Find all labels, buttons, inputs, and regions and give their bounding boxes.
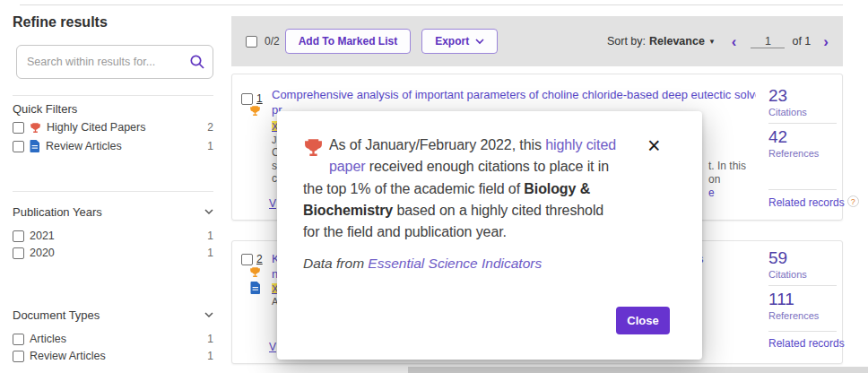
essential-science-indicators-link[interactable]: Essential Science Indicators xyxy=(368,256,542,271)
metric-divider xyxy=(768,285,837,286)
add-to-marked-list-label: Add To Marked List xyxy=(299,35,397,48)
view-full-text-link-fragment[interactable]: V xyxy=(269,197,276,210)
references-label: References xyxy=(768,310,837,321)
next-page-icon[interactable]: › xyxy=(823,34,829,49)
select-all-checkbox[interactable] xyxy=(246,36,257,48)
filter-doc-review-articles[interactable]: Review Articles 1 xyxy=(13,350,213,362)
modal-data-source: Data from Essential Science Indicators xyxy=(303,256,542,272)
chevron-down-icon xyxy=(204,312,213,318)
checkbox[interactable] xyxy=(13,141,24,152)
filter-highly-cited-papers[interactable]: Highly Cited Papers 2 xyxy=(13,121,213,134)
checkbox[interactable] xyxy=(13,247,24,259)
filter-label: 2021 xyxy=(30,230,55,242)
related-records-link[interactable]: Related records xyxy=(768,337,845,350)
related-records-link[interactable]: Related records? xyxy=(768,195,859,209)
sort-by-label: Sort by: xyxy=(607,35,646,48)
citations-label: Citations xyxy=(768,107,837,117)
abstract-fragment: on xyxy=(708,173,720,186)
page-number-input[interactable] xyxy=(751,35,785,48)
selected-count: 0/2 xyxy=(265,35,280,48)
filter-doc-articles[interactable]: Articles 1 xyxy=(13,333,213,345)
citations-count[interactable]: 59 xyxy=(768,248,837,268)
export-label: Export xyxy=(435,35,469,48)
review-article-icon[interactable] xyxy=(250,282,261,294)
chevron-down-icon xyxy=(204,209,213,215)
filter-count: 2 xyxy=(207,121,213,134)
section-title: Document Types xyxy=(13,308,100,322)
references-count[interactable]: 42 xyxy=(768,127,837,147)
show-more-link-fragment[interactable]: e xyxy=(708,186,715,199)
sidebar-divider xyxy=(13,191,213,192)
checkbox[interactable] xyxy=(13,122,24,134)
help-icon[interactable]: ? xyxy=(847,195,859,207)
results-toolbar: 0/2 Add To Marked List Export Sort by: R… xyxy=(231,16,843,66)
filter-year-2021[interactable]: 2021 1 xyxy=(13,230,213,242)
abstract-fragment: t. In this xyxy=(708,160,746,172)
related-records-label: Related records xyxy=(768,337,845,350)
highly-cited-paper-modal: As of January/February 2022, this highly… xyxy=(277,111,702,360)
filter-label: 2020 xyxy=(30,247,55,259)
filter-label: Articles xyxy=(30,333,66,345)
horizontal-scrollbar[interactable] xyxy=(408,367,868,373)
refine-results-title: Refine results xyxy=(13,14,108,30)
export-button[interactable]: Export xyxy=(421,29,498,54)
metric-divider xyxy=(768,123,837,124)
add-to-marked-list-button[interactable]: Add To Marked List xyxy=(285,29,411,54)
filter-count: 1 xyxy=(207,247,213,259)
filter-count: 1 xyxy=(207,140,213,152)
filter-review-articles[interactable]: Review Articles 1 xyxy=(13,140,213,152)
filter-label: Review Articles xyxy=(30,350,106,362)
trophy-icon xyxy=(30,122,41,134)
metric-divider xyxy=(768,331,837,332)
references-count[interactable]: 111 xyxy=(768,290,837,309)
search-input[interactable] xyxy=(27,56,189,68)
filter-count: 1 xyxy=(207,333,213,345)
trophy-icon xyxy=(303,137,324,158)
sidebar-divider xyxy=(13,95,213,96)
citations-count[interactable]: 23 xyxy=(768,86,837,106)
citations-metric: 23 Citations 42 References xyxy=(768,86,837,159)
view-full-text-link-fragment[interactable]: V xyxy=(269,341,276,353)
citations-label: Citations xyxy=(768,269,837,280)
result-checkbox[interactable] xyxy=(241,93,253,105)
result-number[interactable]: 2 xyxy=(256,253,263,265)
quick-filters-title: Quick Filters xyxy=(13,102,77,116)
filter-year-2020[interactable]: 2020 1 xyxy=(13,247,213,259)
highly-cited-trophy-icon[interactable] xyxy=(249,105,261,117)
result-title-link[interactable]: Comprehensive analysis of important para… xyxy=(272,88,756,101)
highly-cited-trophy-icon[interactable] xyxy=(249,266,261,278)
close-button[interactable]: Close xyxy=(616,307,670,334)
sort-caret-icon[interactable]: ▼ xyxy=(708,38,716,46)
publication-years-header[interactable]: Publication Years xyxy=(13,205,213,219)
references-label: References xyxy=(768,148,837,159)
result-checkbox[interactable] xyxy=(241,254,253,265)
page-of-label: of 1 xyxy=(792,35,811,48)
related-records-label: Related records xyxy=(768,196,845,209)
section-title: Publication Years xyxy=(13,205,102,219)
search-icon[interactable] xyxy=(189,54,205,70)
web-of-science-results-page: Refine results Quick Filters Highly Cite… xyxy=(0,0,868,373)
chevron-down-icon xyxy=(475,39,484,45)
checkbox[interactable] xyxy=(13,230,24,242)
filter-label: Review Articles xyxy=(46,140,122,152)
result-number[interactable]: 1 xyxy=(256,92,263,105)
checkbox[interactable] xyxy=(13,351,24,362)
refine-search-box[interactable] xyxy=(16,45,213,79)
filter-count: 1 xyxy=(207,230,213,242)
document-types-header[interactable]: Document Types xyxy=(13,308,213,322)
close-icon[interactable]: × xyxy=(647,134,661,157)
sort-by-value[interactable]: Relevance xyxy=(649,35,705,48)
journal-fragment: J xyxy=(272,134,277,145)
filter-count: 1 xyxy=(207,350,213,362)
citations-metric: 59 Citations 111 References xyxy=(768,248,837,321)
checkbox[interactable] xyxy=(13,334,24,345)
modal-text: As of January/February 2022, this highly… xyxy=(303,134,619,244)
modal-text-before: As of January/February 2022, this xyxy=(329,137,545,152)
filter-label: Highly Cited Papers xyxy=(47,121,145,134)
document-icon xyxy=(30,140,40,152)
metric-divider xyxy=(768,189,837,190)
prev-page-icon[interactable]: ‹ xyxy=(732,34,737,49)
top-divider xyxy=(20,4,843,5)
data-from-label: Data from xyxy=(303,256,368,271)
